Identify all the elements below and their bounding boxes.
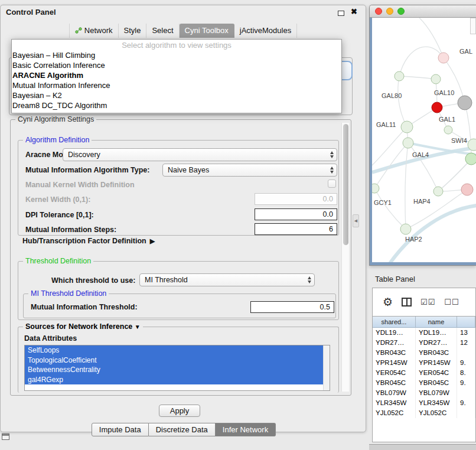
tab-cyni-toolbox[interactable]: Cyni Toolbox <box>180 24 234 38</box>
panel-collapse-grip[interactable]: ◀ <box>353 214 359 227</box>
algorithm-dropdown-popup: Select algorithm to view settings Bayesi… <box>11 39 342 113</box>
tab-discretize-data[interactable]: Discretize Data <box>149 423 216 436</box>
table-row[interactable]: YBR045C YBR045C 9. <box>373 378 475 388</box>
algorithm-option[interactable]: Mutual Information Inference <box>12 80 341 90</box>
tab-label: Style <box>124 26 141 35</box>
list-item[interactable]: TopologicalCoefficient <box>25 356 323 366</box>
network-node[interactable] <box>433 187 443 196</box>
mi-type-select[interactable]: Naive Bayes <box>162 164 337 177</box>
network-node[interactable] <box>431 74 441 84</box>
kernel-width-input[interactable]: 0.0 <box>255 193 337 205</box>
tab-impute-data[interactable]: Impute Data <box>92 423 149 436</box>
window-title: Control Panel <box>6 8 56 17</box>
minimize-traffic-light-icon[interactable] <box>386 8 393 15</box>
control-panel-tabs: Network Style Select Cyni Toolbox jActiv… <box>1 23 366 38</box>
table-row[interactable]: YER054C YER054C 8. <box>373 368 475 378</box>
cell: YJL052C <box>373 408 416 418</box>
aracne-mode-value: Discovery <box>68 151 100 159</box>
deselect-all-checkboxes-icon[interactable]: ☐☐ <box>444 298 459 306</box>
network-scrollbar[interactable] <box>470 18 476 34</box>
data-attributes-list[interactable]: SelfLoops TopologicalCoefficient Between… <box>24 345 330 391</box>
manual-kernel-label: Manual Kernel Width Definition <box>25 181 135 189</box>
hub-definition-toggle[interactable]: Hub/Transcription Factor Definition▶ <box>22 237 155 245</box>
network-window-titlebar[interactable] <box>370 5 476 18</box>
columns-icon[interactable] <box>402 298 412 306</box>
tab-infer-network[interactable]: Infer Network <box>216 423 276 436</box>
list-item[interactable]: BetweennessCentrality <box>25 365 323 375</box>
network-node[interactable] <box>403 138 413 148</box>
cell: 12 <box>457 338 475 348</box>
cell: YLR345W <box>373 398 416 408</box>
network-node-gray[interactable] <box>458 96 472 110</box>
tab-jactivemodules[interactable]: jActiveModules <box>234 24 297 38</box>
select-all-checkboxes-icon[interactable]: ☑☑ <box>420 298 435 306</box>
which-threshold-value: MI Threshold <box>145 276 188 284</box>
apply-button[interactable]: Apply <box>159 405 200 417</box>
table-row[interactable]: YPR145W YPR145W 9. <box>373 358 475 368</box>
algorithm-option[interactable]: Bayesian – Hill Climbing <box>12 50 341 60</box>
network-node-pink[interactable] <box>461 184 473 195</box>
sources-toggle[interactable]: Sources for Network Inference ▼ <box>23 322 143 331</box>
mi-type-label: Mutual Information Algorithm Type: <box>25 166 149 174</box>
tab-network[interactable]: Network <box>69 24 119 38</box>
bottom-tab-bar: Impute Data Discretize Data Infer Networ… <box>1 423 367 436</box>
cell: 13 <box>457 328 475 338</box>
algorithm-option[interactable]: Dream8 DC_TDC Algorithm <box>12 100 341 110</box>
cyni-algorithm-settings-group: Cyni Algorithm Settings Algorithm Defini… <box>10 119 351 396</box>
network-node[interactable] <box>401 121 413 133</box>
tab-select[interactable]: Select <box>146 24 179 38</box>
close-traffic-light-icon[interactable] <box>375 8 382 15</box>
table-row[interactable]: YBR043C YBR043C <box>373 348 475 358</box>
zoom-traffic-light-icon[interactable] <box>397 8 405 15</box>
cell: YDR27… <box>373 338 416 348</box>
algorithm-option[interactable]: Basic Correlation Inference <box>12 60 341 70</box>
sources-group: Sources for Network Inference ▼ Data Att… <box>18 327 339 393</box>
gear-icon[interactable]: ⚙ <box>383 296 393 308</box>
close-icon[interactable]: ✖ <box>351 7 357 16</box>
cell: YBR043C <box>416 348 457 358</box>
dropdown-arrows-icon <box>330 151 334 158</box>
settings-scrollbar[interactable] <box>341 123 349 392</box>
network-node[interactable] <box>438 53 449 63</box>
network-node[interactable] <box>444 126 452 134</box>
mi-steps-input[interactable]: 6 <box>255 223 337 235</box>
manual-kernel-checkbox[interactable] <box>328 180 336 188</box>
node-label: HAP4 <box>413 198 431 205</box>
tab-style[interactable]: Style <box>119 24 147 38</box>
table-row[interactable]: YJL052C YJL052C <box>373 408 475 418</box>
cell: 9. <box>457 378 475 388</box>
algorithm-option[interactable]: Bayesian – K2 <box>12 90 341 100</box>
list-item[interactable]: SelfLoops <box>25 345 323 356</box>
column-header-name[interactable]: name <box>416 317 457 327</box>
network-node[interactable] <box>400 224 411 234</box>
cell: YLR345W <box>416 398 457 408</box>
network-node[interactable] <box>372 184 379 193</box>
scrollbar-thumb[interactable] <box>343 124 348 245</box>
aracne-mode-select[interactable]: Discovery <box>63 148 337 161</box>
column-header-extra[interactable] <box>457 317 475 327</box>
list-item[interactable]: gal4RGexp <box>25 375 323 385</box>
restore-panel-icon[interactable] <box>2 433 9 440</box>
network-node[interactable] <box>395 71 404 81</box>
mi-type-value: Naive Bayes <box>168 166 209 174</box>
network-canvas[interactable]: GAL GAL80 GAL10 GAL11 GAL1 SWI4 GAL4 GCY… <box>370 18 476 265</box>
table-row[interactable]: YBL079W YBL079W <box>373 388 475 398</box>
status-bar <box>369 444 476 450</box>
table-row[interactable]: YDR27… YDR27… 12 <box>373 338 475 348</box>
cell: YPR145W <box>373 358 416 368</box>
dropdown-arrows-icon <box>308 276 311 283</box>
which-threshold-select[interactable]: MI Threshold <box>139 273 315 286</box>
mi-threshold-input[interactable]: 0.5 <box>250 301 334 313</box>
network-node[interactable] <box>465 153 476 165</box>
table-row[interactable]: YLR345W YLR345W 9. <box>373 398 475 408</box>
mi-threshold-label: Mutual Information Threshold: <box>31 303 138 311</box>
network-node-red[interactable] <box>432 102 442 113</box>
cell: YBR045C <box>373 378 416 388</box>
list-scrollbar[interactable] <box>323 345 330 390</box>
column-header-shared[interactable]: shared... <box>373 317 416 327</box>
table-row[interactable]: YDL19… YDL19… 13 <box>373 328 475 338</box>
minimize-icon[interactable] <box>338 11 344 16</box>
algorithm-option-selected[interactable]: ARACNE Algorithm <box>12 70 341 80</box>
dpi-tolerance-input[interactable]: 0.0 <box>255 208 337 220</box>
hub-definition-label: Hub/Transcription Factor Definition <box>22 237 146 245</box>
